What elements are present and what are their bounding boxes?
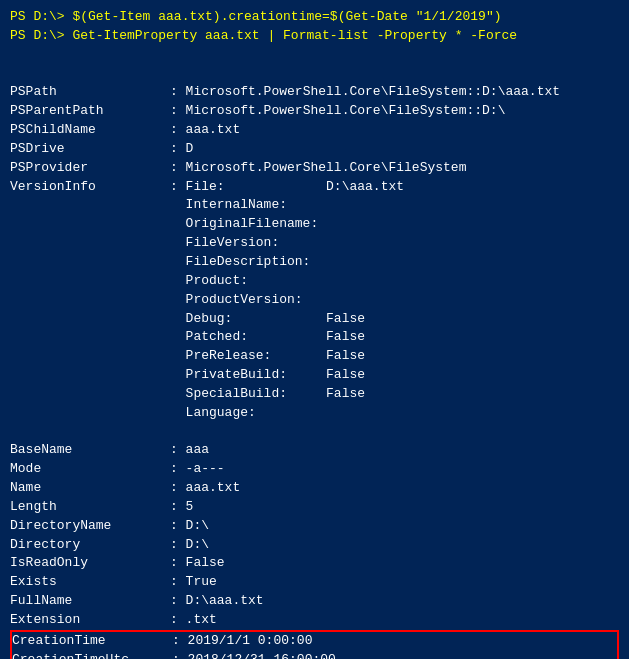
versioninfo-specialbuild: SpecialBuild: False [10, 385, 619, 404]
highlight-box: CreationTime: 2019/1/1 0:00:00 CreationT… [10, 630, 619, 659]
prop-pspath: PSPath: Microsoft.PowerShell.Core\FileSy… [10, 83, 619, 102]
prop-basename: BaseName: aaa [10, 441, 619, 460]
prop-psparentpath: PSParentPath: Microsoft.PowerShell.Core\… [10, 102, 619, 121]
prop-directory: Directory: D:\ [10, 536, 619, 555]
prop-directoryname: DirectoryName: D:\ [10, 517, 619, 536]
versioninfo-filedescription: FileDescription: [10, 253, 619, 272]
prop-exists: Exists: True [10, 573, 619, 592]
prop-length: Length: 5 [10, 498, 619, 517]
blank-line-2 [10, 65, 619, 84]
versioninfo-internalname: InternalName: [10, 196, 619, 215]
blank-line-3 [10, 423, 619, 442]
versioninfo-patched: Patched: False [10, 328, 619, 347]
blank-line-1 [10, 46, 619, 65]
prop-pschildname: PSChildName: aaa.txt [10, 121, 619, 140]
prop-psdrive: PSDrive: D [10, 140, 619, 159]
prop-extension: Extension: .txt [10, 611, 619, 630]
versioninfo-product: Product: [10, 272, 619, 291]
prop-psprovider: PSProvider: Microsoft.PowerShell.Core\Fi… [10, 159, 619, 178]
prop-fullname: FullName: D:\aaa.txt [10, 592, 619, 611]
versioninfo-debug: Debug: False [10, 310, 619, 329]
prop-creationtimeutc: CreationTimeUtc: 2018/12/31 16:00:00 [12, 651, 617, 659]
versioninfo-productversion: ProductVersion: [10, 291, 619, 310]
versioninfo-prerelease: PreRelease: False [10, 347, 619, 366]
prop-versioninfo: VersionInfo: File: D:\aaa.txt [10, 178, 619, 197]
versioninfo-privatebuild: PrivateBuild: False [10, 366, 619, 385]
prop-mode: Mode: -a--- [10, 460, 619, 479]
versioninfo-language: Language: [10, 404, 619, 423]
terminal-window: PS D:\> $(Get-Item aaa.txt).creationtime… [0, 0, 629, 659]
prop-isreadonly: IsReadOnly: False [10, 554, 619, 573]
versioninfo-fileversion: FileVersion: [10, 234, 619, 253]
cmd-line-1: PS D:\> $(Get-Item aaa.txt).creationtime… [10, 8, 619, 27]
prop-name: Name: aaa.txt [10, 479, 619, 498]
versioninfo-originalfilename: OriginalFilename: [10, 215, 619, 234]
prop-creationtime: CreationTime: 2019/1/1 0:00:00 [12, 632, 617, 651]
cmd-line-2: PS D:\> Get-ItemProperty aaa.txt | Forma… [10, 27, 619, 46]
